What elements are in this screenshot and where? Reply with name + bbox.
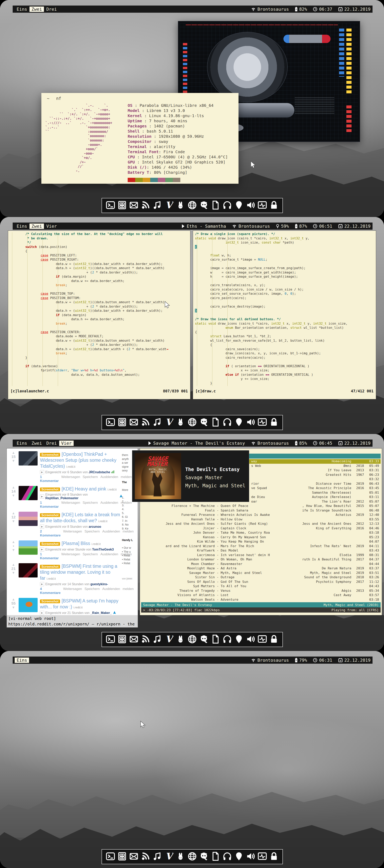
status-battery[interactable]: 82% bbox=[295, 7, 307, 12]
playlist-row[interactable]: ard and the Lizard Wizard - Mars For The… bbox=[141, 544, 381, 549]
terminal-window-neofetch[interactable]: ~nf `.-. `. `.` `:++. `-+o+. `` `:+/. `:… bbox=[41, 93, 239, 184]
upvote-button[interactable]: ▲ bbox=[8, 512, 19, 515]
status-wifi[interactable]: Brontosaurus bbox=[251, 658, 289, 663]
launcher-system-monitor-button[interactable] bbox=[257, 200, 267, 211]
playlist-row[interactable]: Kansas - Carry On My Wayward Son05:23 bbox=[141, 535, 381, 539]
launcher-email-button[interactable] bbox=[129, 634, 139, 645]
post-title-link[interactable]: [Plasma] Bliss bbox=[62, 541, 90, 546]
launcher-browser-button[interactable] bbox=[187, 417, 197, 428]
launcher-lock-button[interactable] bbox=[269, 851, 279, 862]
launcher-terminal-button[interactable] bbox=[105, 851, 115, 862]
workspace-button-eins[interactable]: Eins bbox=[15, 6, 29, 12]
playlist-row[interactable]: Jess and the Ancient Ones - Sulfer Giant… bbox=[141, 522, 381, 526]
post-action-link[interactable]: melden bbox=[123, 587, 134, 595]
expando-button[interactable]: ▶ bbox=[40, 547, 44, 552]
workspace-button-zwei[interactable]: Zwei bbox=[30, 6, 44, 12]
playlist-row[interactable]: John Denver - Take Me Home, Country Roa0… bbox=[141, 530, 381, 535]
downvote-button[interactable]: ▼ bbox=[8, 571, 19, 574]
launcher-rabbit-button[interactable] bbox=[176, 851, 185, 862]
launcher-file-manager-button[interactable] bbox=[117, 417, 127, 428]
launcher-volume-button[interactable] bbox=[246, 851, 255, 862]
launcher-browser-button[interactable] bbox=[187, 200, 197, 211]
post-action-link[interactable]: Speichern bbox=[84, 529, 100, 537]
launcher-gimp-button[interactable] bbox=[199, 200, 209, 211]
post-thumbnail[interactable] bbox=[19, 540, 38, 555]
post-action-link[interactable]: Ausblenden bbox=[100, 501, 118, 509]
launcher-terminal-button[interactable] bbox=[105, 417, 115, 428]
status-brightness[interactable]: 59% bbox=[276, 224, 289, 229]
playlist-row[interactable]: Visions of Atlantis - LostCast Away03:57 bbox=[141, 593, 381, 597]
launcher-lock-button[interactable] bbox=[269, 634, 279, 645]
expando-button[interactable]: ▶ bbox=[40, 525, 44, 529]
launcher-map-pin-button[interactable] bbox=[234, 851, 244, 862]
post-action-link[interactable]: Weitersagen bbox=[61, 501, 80, 509]
launcher-file-manager-button[interactable] bbox=[117, 634, 127, 645]
downvote-button[interactable]: ▼ bbox=[8, 459, 19, 462]
expando-button[interactable]: ▶ bbox=[40, 611, 44, 615]
workspace-button-drei[interactable]: Drei bbox=[44, 6, 59, 12]
playlist-row[interactable]: Kim Wilde - You Keep Me Hanging On04:07 bbox=[141, 539, 381, 544]
workspace-button-eins[interactable]: Eins bbox=[15, 440, 29, 446]
post-action-link[interactable]: Ausblenden bbox=[100, 552, 118, 560]
post-author-link[interactable]: guestykins- bbox=[91, 583, 108, 586]
playlist-row[interactable]: Watson Beats - Adventure03:18 bbox=[141, 597, 381, 602]
launcher-system-monitor-button[interactable] bbox=[257, 851, 267, 862]
launcher-rabbit-button[interactable] bbox=[176, 634, 185, 645]
upvote-button[interactable]: ▲ bbox=[8, 486, 19, 489]
launcher-rabbit-button[interactable] bbox=[176, 200, 185, 211]
launcher-music-button[interactable] bbox=[152, 634, 162, 645]
launcher-rss-button[interactable] bbox=[141, 417, 150, 428]
workspace-button-eins[interactable]: Eins bbox=[15, 223, 29, 229]
post-domain[interactable]: i.redd.it bbox=[73, 606, 82, 609]
post-action-link[interactable]: Weitersagen bbox=[61, 552, 80, 560]
post-thumbnail[interactable] bbox=[19, 451, 38, 466]
browser-window-reddit[interactable]: ▲15▼Screenshot[Openbox] ThinkPad + Wides… bbox=[6, 448, 138, 628]
status-battery[interactable]: 79% bbox=[295, 658, 307, 663]
comments-link[interactable]: 1 Kommentar bbox=[40, 552, 59, 560]
post-author-link[interactable]: arcunoo bbox=[89, 525, 101, 528]
launcher-vim-button[interactable]: V bbox=[164, 634, 174, 645]
post-title-link[interactable]: [KDE] Heavy and pink bbox=[62, 486, 106, 492]
playlist-row[interactable]: Funereal Presence - Wherein Achatius Is … bbox=[141, 513, 381, 517]
launcher-document-button[interactable] bbox=[211, 851, 220, 862]
status-battery[interactable]: 85% bbox=[295, 441, 307, 446]
post-action-link[interactable]: Ausblenden bbox=[102, 529, 120, 537]
launcher-vim-button[interactable]: V bbox=[164, 200, 174, 211]
status-calendar[interactable]: 22.12.2019 bbox=[338, 658, 371, 663]
comments-link[interactable]: 4 Kommentare bbox=[40, 587, 61, 595]
post-author-link[interactable]: _Rain_Maker_ bbox=[91, 611, 112, 615]
vim-window-lavalauncher[interactable]: /* Calculating the size of the bar. At t… bbox=[8, 230, 190, 399]
launcher-map-pin-button[interactable] bbox=[234, 634, 244, 645]
launcher-music-button[interactable] bbox=[152, 200, 162, 211]
playlist-row[interactable]: London Grammar - Oh Woman, Oh Manruth Is… bbox=[141, 557, 381, 562]
post-action-link[interactable]: Ausblenden bbox=[102, 587, 120, 595]
post-action-link[interactable]: Speichern bbox=[83, 475, 98, 483]
launcher-terminal-button[interactable] bbox=[105, 634, 115, 645]
post-author-link[interactable]: Reptilian_Pokemaster bbox=[45, 496, 78, 500]
playlist-row[interactable]: Florence + The Machine - Queen Of Peace,… bbox=[141, 504, 381, 508]
launcher-lock-button[interactable] bbox=[269, 417, 279, 428]
launcher-gimp-button[interactable] bbox=[199, 634, 209, 645]
workspace-button-vier[interactable]: Vier bbox=[59, 440, 74, 446]
workspace-button-drei[interactable]: Drei bbox=[44, 440, 59, 446]
playlist-row[interactable]: Sons Of Apollo - God Of The SunPsychotic… bbox=[141, 580, 381, 584]
launcher-document-button[interactable] bbox=[211, 634, 220, 645]
post-thumbnail[interactable] bbox=[19, 598, 38, 612]
playlist-row[interactable]: Moon Chamber - Ravenmaster04:44 bbox=[141, 562, 381, 566]
expando-button[interactable]: ▶ bbox=[40, 470, 44, 474]
launcher-headphones-button[interactable] bbox=[222, 417, 232, 428]
status-play[interactable]: Eths - Samantha bbox=[181, 224, 226, 229]
post-author-link[interactable]: JRCrudstache bbox=[89, 470, 110, 474]
status-wifi[interactable]: Brontosaurus bbox=[251, 7, 289, 12]
comments-link[interactable]: 1 Kommentar bbox=[40, 501, 59, 509]
launcher-gimp-button[interactable] bbox=[199, 417, 209, 428]
launcher-music-button[interactable] bbox=[152, 851, 162, 862]
launcher-email-button[interactable] bbox=[129, 851, 139, 862]
post-action-link[interactable]: Weitersagen bbox=[63, 529, 82, 537]
status-clock[interactable]: 06:51 bbox=[313, 224, 332, 229]
playlist-row[interactable]: Foals - Spanish Saharaife Is Strange Sou… bbox=[141, 508, 381, 513]
launcher-email-button[interactable] bbox=[129, 417, 139, 428]
playlist-row[interactable]: Jinjer - Captain ClockKing of Everything… bbox=[141, 526, 381, 531]
post-thumbnail[interactable] bbox=[19, 563, 38, 578]
downvote-button[interactable]: ▼ bbox=[8, 494, 19, 497]
